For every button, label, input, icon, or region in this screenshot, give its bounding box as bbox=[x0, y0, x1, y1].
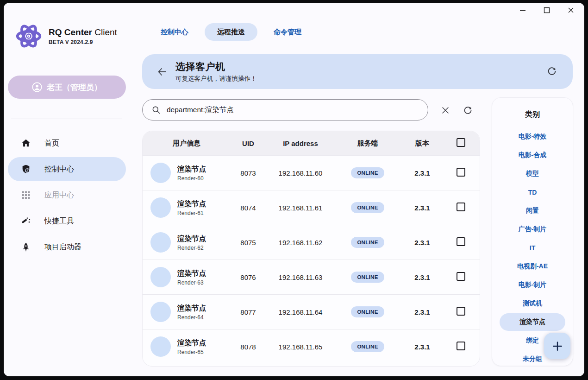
minimize-button[interactable] bbox=[514, 5, 532, 16]
row-checkbox[interactable] bbox=[457, 272, 465, 281]
col-server: 服务端 bbox=[335, 139, 400, 148]
add-button[interactable] bbox=[544, 333, 570, 359]
close-icon bbox=[441, 106, 450, 114]
top-tabs: 控制中心 远程推送 命令管理 bbox=[148, 23, 314, 41]
rocket-icon bbox=[20, 241, 31, 253]
page-header: 选择客户机 可复选客户机，请谨慎操作！ bbox=[142, 54, 573, 89]
client-name: 渲染节点 bbox=[177, 304, 206, 313]
category-item[interactable]: 测试机 bbox=[500, 294, 565, 313]
sidebar-item-project-launcher[interactable]: 项目启动器 bbox=[8, 235, 126, 259]
table-row[interactable]: 渲染节点 Render-63 8076 192.168.11.63 ONLINE… bbox=[143, 260, 480, 294]
page-title: 选择客户机 bbox=[175, 60, 257, 73]
window-controls bbox=[514, 5, 580, 16]
category-item[interactable]: 模型 bbox=[500, 165, 565, 183]
refresh-icon bbox=[463, 106, 473, 115]
search-input[interactable]: department:渲染节点 bbox=[167, 105, 234, 115]
tab-remote-push[interactable]: 远程推送 bbox=[205, 23, 257, 41]
ip-value: 192.168.11.63 bbox=[266, 273, 335, 281]
user-badge[interactable]: 老王（管理员） bbox=[8, 76, 126, 99]
status-badge: ONLINE bbox=[351, 341, 384, 352]
category-item[interactable]: 电视剧-AE bbox=[500, 257, 565, 276]
client-name: 渲染节点 bbox=[177, 338, 206, 348]
category-panel: 类别 电影-特效 电影-合成 模型 TD 闲置 广告-制片 IT 电视剧-AE … bbox=[492, 97, 573, 366]
ip-value: 192.168.11.65 bbox=[266, 343, 335, 351]
shield-user-icon bbox=[20, 164, 31, 175]
status-badge: ONLINE bbox=[351, 306, 384, 317]
tab-command-management[interactable]: 命令管理 bbox=[261, 23, 314, 41]
table-row[interactable]: 渲染节点 Render-61 8074 192.168.11.61 ONLINE… bbox=[143, 190, 480, 225]
ip-value: 192.168.11.62 bbox=[266, 239, 335, 247]
status-badge: ONLINE bbox=[351, 237, 384, 248]
version-value: 2.3.1 bbox=[400, 239, 444, 247]
category-list: 电影-特效 电影-合成 模型 TD 闲置 广告-制片 IT 电视剧-AE 电影-… bbox=[492, 127, 573, 368]
sidebar-item-label: 控制中心 bbox=[44, 165, 74, 174]
client-avatar bbox=[150, 302, 171, 322]
category-title: 类别 bbox=[492, 110, 573, 120]
sidebar-item-app-center[interactable]: 应用中心 bbox=[8, 183, 126, 207]
status-badge: ONLINE bbox=[351, 272, 384, 283]
category-item[interactable]: 电影-合成 bbox=[500, 146, 565, 165]
table-row[interactable]: 渲染节点 Render-64 8077 192.168.11.64 ONLINE… bbox=[143, 294, 480, 329]
app-brand: RQ Center Client BETA V 2024.2.9 bbox=[14, 21, 117, 51]
maximize-button[interactable] bbox=[538, 5, 556, 16]
category-item[interactable]: 电影-制片 bbox=[500, 276, 565, 294]
row-checkbox[interactable] bbox=[457, 168, 465, 177]
table-row[interactable]: 渲染节点 Render-65 8078 192.168.11.65 ONLINE… bbox=[143, 329, 480, 364]
header-refresh-button[interactable] bbox=[545, 64, 559, 78]
col-user-info: 用户信息 bbox=[143, 139, 231, 148]
version-value: 2.3.1 bbox=[400, 343, 444, 351]
table-row[interactable]: 渲染节点 Render-60 8073 192.168.11.60 ONLINE… bbox=[143, 155, 480, 190]
category-item[interactable]: 闲置 bbox=[500, 202, 565, 220]
sidebar-divider bbox=[11, 119, 122, 119]
close-icon bbox=[568, 7, 574, 13]
client-avatar bbox=[150, 232, 171, 253]
client-hostname: Render-61 bbox=[177, 210, 206, 216]
row-checkbox[interactable] bbox=[457, 307, 465, 316]
maximize-icon bbox=[544, 7, 550, 13]
category-item[interactable]: 电影-特效 bbox=[500, 127, 565, 146]
tab-control-center[interactable]: 控制中心 bbox=[148, 23, 201, 41]
version-value: 2.3.1 bbox=[400, 273, 444, 281]
magic-wand-icon bbox=[20, 215, 31, 227]
client-table: 用户信息 UID IP address 服务端 版本 渲染节点 Render-6… bbox=[142, 131, 480, 367]
search-refresh-button[interactable] bbox=[460, 103, 475, 118]
client-hostname: Render-63 bbox=[177, 279, 206, 286]
client-avatar bbox=[150, 197, 171, 218]
category-item[interactable]: 渲染节点 bbox=[500, 313, 565, 331]
sidebar-item-label: 快捷工具 bbox=[44, 216, 74, 226]
uid-value: 8073 bbox=[231, 169, 266, 177]
client-avatar bbox=[150, 267, 171, 287]
back-button[interactable] bbox=[155, 65, 169, 79]
client-hostname: Render-62 bbox=[177, 245, 206, 251]
search-clear-button[interactable] bbox=[438, 103, 453, 118]
category-item[interactable]: IT bbox=[500, 239, 565, 257]
sidebar-item-control-center[interactable]: 控制中心 bbox=[8, 157, 126, 181]
search-bar[interactable]: department:渲染节点 bbox=[142, 99, 428, 120]
refresh-icon bbox=[547, 66, 557, 76]
table-header: 用户信息 UID IP address 服务端 版本 bbox=[143, 131, 480, 155]
sidebar-item-home[interactable]: 首页 bbox=[8, 131, 126, 155]
category-item[interactable]: TD bbox=[500, 183, 565, 202]
search-icon bbox=[151, 105, 161, 114]
version-value: 2.3.1 bbox=[400, 204, 444, 212]
table-row[interactable]: 渲染节点 Render-62 8075 192.168.11.62 ONLINE… bbox=[143, 225, 480, 260]
client-name: 渲染节点 bbox=[177, 199, 206, 209]
sidebar-item-label: 首页 bbox=[44, 139, 59, 148]
app-title: RQ Center Client bbox=[49, 27, 117, 38]
client-hostname: Render-65 bbox=[177, 349, 206, 355]
row-checkbox[interactable] bbox=[457, 237, 465, 246]
row-checkbox[interactable] bbox=[457, 203, 465, 211]
ip-value: 192.168.11.61 bbox=[266, 204, 335, 212]
uid-value: 8074 bbox=[231, 204, 266, 212]
row-checkbox[interactable] bbox=[457, 342, 465, 350]
select-all-checkbox[interactable] bbox=[457, 138, 465, 147]
app-window: RQ Center Client BETA V 2024.2.9 老王（管理员）… bbox=[4, 3, 584, 376]
category-item[interactable]: 广告-制片 bbox=[500, 220, 565, 239]
left-sidebar: RQ Center Client BETA V 2024.2.9 老王（管理员）… bbox=[4, 3, 137, 376]
sidebar-item-quick-tools[interactable]: 快捷工具 bbox=[8, 209, 126, 233]
col-uid: UID bbox=[231, 139, 266, 147]
close-button[interactable] bbox=[562, 5, 580, 16]
grid-icon bbox=[20, 190, 31, 201]
ip-value: 192.168.11.60 bbox=[266, 169, 335, 177]
uid-value: 8076 bbox=[231, 273, 266, 281]
